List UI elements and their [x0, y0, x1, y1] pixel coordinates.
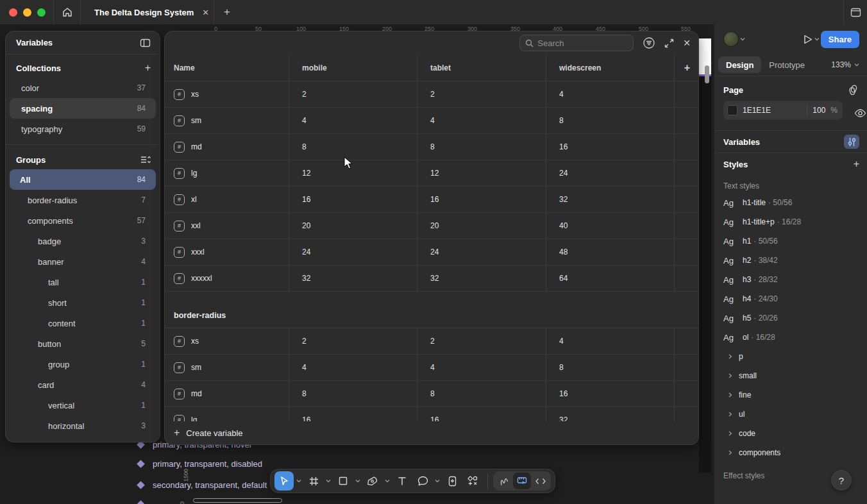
frame-tool-button[interactable]	[304, 471, 323, 491]
table-row[interactable]: #xl 16 16 32	[165, 187, 698, 213]
move-tool-chevron[interactable]	[295, 479, 303, 483]
search-box[interactable]	[519, 35, 634, 51]
cell-tablet[interactable]: 8	[417, 381, 546, 407]
pen-tool-chevron[interactable]	[383, 479, 391, 483]
column-header-mobile[interactable]: mobile	[289, 55, 417, 81]
group-item-tall[interactable]: tall 1	[10, 272, 156, 292]
help-button[interactable]: ?	[831, 470, 852, 491]
shape-tool-button[interactable]	[333, 471, 353, 491]
comment-tool-chevron[interactable]	[434, 479, 441, 483]
style-folder[interactable]: small	[714, 366, 867, 385]
new-tab-button[interactable]: +	[214, 6, 240, 19]
group-item-button[interactable]: button 5	[10, 333, 156, 354]
canvas-layer-item[interactable]	[138, 501, 144, 504]
filter-button[interactable]	[643, 37, 655, 49]
shape-tool-chevron[interactable]	[354, 479, 362, 483]
tab-prototype[interactable]: Prototype	[761, 56, 812, 73]
maximize-window-button[interactable]	[37, 8, 46, 17]
collection-item-spacing[interactable]: spacing 84	[10, 98, 156, 119]
visibility-eye-icon[interactable]	[854, 109, 866, 117]
table-row[interactable]: #md 8 8 16	[165, 381, 698, 407]
group-item-components[interactable]: components 57	[10, 210, 156, 231]
cell-tablet[interactable]: 2	[417, 81, 546, 107]
cell-tablet[interactable]: 20	[417, 213, 546, 239]
cell-widescreen[interactable]: 24	[546, 160, 674, 186]
comment-tool-button[interactable]	[413, 471, 432, 491]
cell-widescreen[interactable]: 8	[546, 108, 674, 133]
present-button[interactable]	[803, 34, 813, 45]
close-panel-button[interactable]: ✕	[683, 38, 691, 48]
cell-tablet[interactable]: 8	[417, 134, 546, 160]
close-window-button[interactable]	[9, 8, 17, 17]
cell-tablet[interactable]: 2	[417, 328, 546, 354]
text-tool-button[interactable]	[392, 471, 412, 491]
cell-widescreen[interactable]: 16	[546, 134, 674, 160]
cell-widescreen[interactable]: 64	[546, 265, 674, 291]
file-tab[interactable]: The Delta Design System ✕	[81, 0, 214, 24]
move-tool-button[interactable]	[274, 471, 294, 491]
cell-widescreen[interactable]: 48	[546, 239, 674, 265]
group-item-banner[interactable]: banner 4	[10, 251, 156, 272]
text-style-item[interactable]: Ag h1 · 50/56	[714, 231, 867, 251]
collection-item-typography[interactable]: typography 59	[10, 119, 156, 139]
window-mode-button[interactable]	[843, 0, 867, 24]
horizontal-scrollbar[interactable]	[193, 498, 282, 503]
group-item-vertical[interactable]: vertical 1	[10, 395, 156, 416]
group-item-badge[interactable]: badge 3	[10, 231, 156, 251]
cell-widescreen[interactable]: 40	[546, 213, 674, 239]
page-color-hex[interactable]: 1E1E1E	[743, 106, 802, 115]
table-row[interactable]: #md 8 8 16	[165, 134, 698, 160]
cell-widescreen[interactable]: 16	[546, 381, 674, 407]
table-row[interactable]: #sm 4 4 8	[165, 355, 698, 381]
chevron-down-icon[interactable]	[739, 37, 746, 41]
share-button[interactable]: Share	[821, 31, 859, 48]
cell-mobile[interactable]: 4	[289, 355, 417, 380]
collection-item-color[interactable]: color 37	[10, 78, 156, 98]
cell-widescreen[interactable]: 32	[546, 187, 674, 212]
text-style-item[interactable]: Ag h1-title · 50/56	[714, 193, 867, 212]
group-item-content[interactable]: content 1	[10, 313, 156, 333]
color-swatch[interactable]	[727, 105, 737, 115]
canvas-layer-item[interactable]: primary, transparent, disabled	[138, 459, 262, 469]
pen-tool-button[interactable]	[363, 471, 382, 491]
cell-mobile[interactable]: 32	[289, 265, 417, 291]
add-style-button[interactable]: +	[854, 159, 859, 169]
page-opacity-value[interactable]: 100	[812, 106, 825, 115]
table-row[interactable]: #sm 4 4 8	[165, 108, 698, 134]
text-style-item[interactable]: Ag h1-title+p · 16/28	[714, 212, 867, 231]
cell-mobile[interactable]: 8	[289, 134, 417, 160]
dev-mode-button[interactable]	[532, 473, 550, 489]
table-row[interactable]: #xs 2 2 4	[165, 328, 698, 355]
cell-mobile[interactable]: 24	[289, 239, 417, 265]
group-item-all[interactable]: All 84	[10, 169, 156, 190]
style-folder[interactable]: fine	[714, 385, 867, 405]
column-header-name[interactable]: Name	[165, 55, 289, 81]
group-item-group[interactable]: group 1	[10, 354, 156, 374]
text-style-item[interactable]: Ag h3 · 28/32	[714, 270, 867, 289]
text-style-item[interactable]: Ag ol · 16/28	[714, 328, 867, 347]
expand-button[interactable]	[664, 38, 674, 48]
column-header-widescreen[interactable]: widescreen	[546, 55, 674, 81]
cell-tablet[interactable]: 4	[417, 108, 546, 133]
group-item-card[interactable]: card 4	[10, 374, 156, 395]
cell-tablet[interactable]: 16	[417, 187, 546, 212]
table-row[interactable]: #lg 12 12 24	[165, 160, 698, 187]
collapse-groups-icon[interactable]	[140, 155, 151, 164]
style-folder[interactable]: components	[714, 443, 867, 462]
resources-tool-button[interactable]	[463, 471, 482, 491]
chevron-down-icon[interactable]	[813, 37, 821, 41]
cell-mobile[interactable]: 2	[289, 81, 417, 107]
group-item-short[interactable]: short 1	[10, 292, 156, 313]
frame-tool-chevron[interactable]	[324, 479, 332, 483]
column-header-tablet[interactable]: tablet	[417, 55, 546, 81]
cell-mobile[interactable]: 2	[289, 328, 417, 354]
style-folder[interactable]: ul	[714, 405, 867, 424]
table-row[interactable]: #xs 2 2 4	[165, 81, 698, 108]
minimize-window-button[interactable]	[23, 8, 31, 17]
cell-tablet[interactable]: 4	[417, 355, 546, 380]
style-folder[interactable]: p	[714, 347, 867, 366]
add-mode-button[interactable]: +	[674, 55, 699, 81]
open-variables-button[interactable]	[844, 135, 859, 149]
cell-tablet[interactable]: 32	[417, 265, 546, 291]
zoom-control[interactable]: 133%	[831, 60, 859, 69]
